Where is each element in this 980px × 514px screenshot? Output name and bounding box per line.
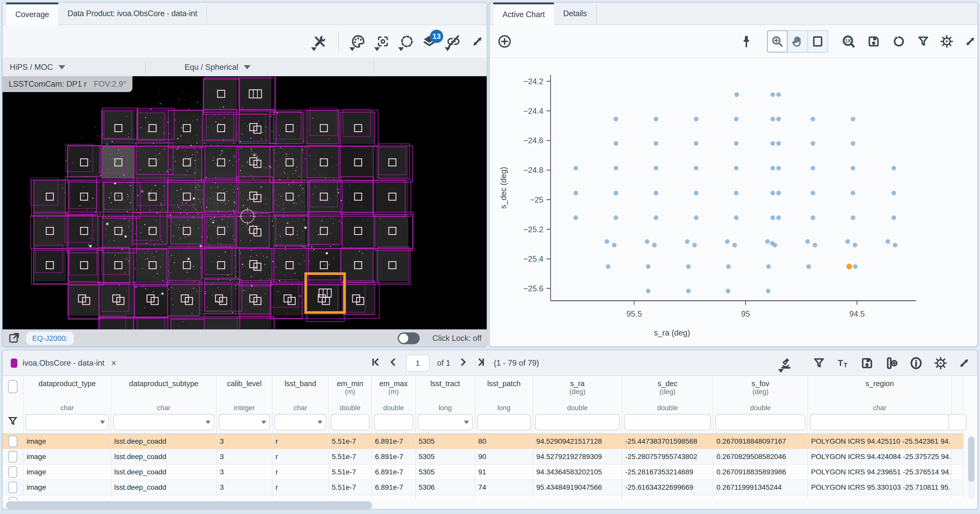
column-filter-input[interactable] — [331, 414, 369, 430]
coverage-panel: Coverage Data Product: ivoa.ObsCore - da… — [2, 2, 487, 347]
info-icon[interactable] — [907, 353, 925, 374]
selected-point[interactable] — [846, 263, 852, 269]
row-checkbox[interactable] — [8, 497, 18, 500]
tab-coverage[interactable]: Coverage — [6, 3, 58, 25]
table-row[interactable]: imagelsst.deep_coadd3r5.51e-76.891e-7530… — [3, 449, 964, 465]
recenter-icon[interactable] — [374, 31, 392, 52]
select-all-checkbox[interactable] — [8, 380, 18, 393]
hips-moc-dropdown[interactable]: HiPS / MOC — [10, 58, 65, 76]
column-header-em_min[interactable]: em_min(m)double — [329, 376, 372, 433]
filter-table-icon[interactable] — [810, 353, 828, 374]
column-filter-input[interactable] — [535, 414, 620, 430]
row-checkbox[interactable] — [8, 466, 18, 478]
sky-map-canvas[interactable] — [3, 76, 487, 329]
expand-chart-icon[interactable] — [961, 31, 978, 52]
chevron-down-icon — [778, 369, 784, 373]
restore-chart-icon[interactable] — [889, 31, 908, 52]
expand-icon[interactable] — [468, 31, 487, 52]
pan-mode-button[interactable] — [788, 31, 807, 52]
column-filter-input[interactable] — [418, 414, 473, 430]
prev-page-icon[interactable] — [388, 357, 398, 369]
chart-plot-area[interactable] — [574, 92, 898, 293]
table-settings-icon[interactable] — [931, 353, 950, 374]
tab-details[interactable]: Details — [554, 3, 597, 24]
coordinate-readout: EQ-J2000: — [26, 332, 74, 345]
column-filter-input[interactable] — [219, 414, 270, 430]
column-filter-input[interactable] — [716, 414, 805, 430]
chevron-down-icon — [317, 421, 323, 424]
column-filter-input[interactable] — [374, 414, 413, 430]
scatter-chart[interactable]: −24.2−24.4−24.6−24.8−25−25.2−25.4−25.695… — [490, 59, 978, 347]
save-chart-icon[interactable] — [864, 31, 883, 52]
column-header-s_ra[interactable]: s_ra(deg)double — [533, 376, 622, 433]
cell-s_ra: 94.52792192789309 — [533, 449, 622, 464]
page-count-label: of 1 — [437, 359, 450, 368]
save-table-icon[interactable] — [858, 353, 876, 374]
popout-icon[interactable] — [8, 331, 21, 345]
cell-em_min: 5.51e-7 — [329, 465, 372, 479]
next-page-icon[interactable] — [458, 357, 468, 369]
select-mode-button[interactable] — [808, 31, 827, 52]
row-checkbox[interactable] — [8, 451, 18, 463]
column-filter-input[interactable] — [477, 414, 531, 430]
column-filter-input[interactable] — [624, 414, 711, 430]
table-row[interactable]: imagelsst.deep_coadd3r5.51e-76.891e-7530… — [3, 495, 964, 500]
svg-text:T: T — [838, 358, 843, 368]
column-type: double — [383, 404, 404, 412]
cell-partial — [952, 495, 964, 500]
layers-icon[interactable]: 13 — [420, 31, 439, 52]
vertical-scrollbar[interactable] — [968, 435, 975, 499]
tab-data-product[interactable]: Data Product: ivoa.ObsCore - data-int — [58, 3, 207, 24]
column-header-dataproduct_subtype[interactable]: dataproduct_subtypechar — [111, 376, 217, 433]
select-region-icon[interactable] — [398, 31, 416, 52]
zoom-original-icon[interactable]: 1X — [839, 31, 858, 52]
column-filter-input[interactable] — [810, 414, 949, 430]
cell-em_max: 6.891e-7 — [372, 434, 415, 449]
text-view-icon[interactable]: TT — [834, 353, 852, 374]
table-row[interactable]: imagelsst.deep_coadd3r5.51e-76.891e-7530… — [3, 465, 964, 480]
cell-lsst_patch: 74 — [475, 480, 533, 495]
column-header-dataproduct_type[interactable]: dataproduct_typechar — [24, 376, 111, 433]
click-lock-toggle[interactable] — [398, 332, 420, 344]
coverage-toolbar: 13 — [3, 25, 487, 58]
unlink-icon[interactable] — [444, 31, 463, 52]
projection-dropdown[interactable]: Equ / Spherical — [185, 58, 250, 76]
row-checkbox[interactable] — [8, 482, 18, 493]
first-page-icon[interactable] — [370, 357, 380, 369]
filter-row-icon[interactable] — [7, 415, 18, 427]
tools-icon[interactable] — [310, 31, 329, 52]
tab-active-chart[interactable]: Active Chart — [493, 3, 554, 25]
chart-settings-icon[interactable] — [937, 31, 956, 52]
page-number-input[interactable] — [406, 355, 430, 372]
column-header-em_max[interactable]: em_max(m)double — [372, 376, 415, 433]
filter-chart-icon[interactable] — [914, 31, 932, 52]
column-header-lsst_tract[interactable]: lsst_tractlong — [415, 376, 475, 433]
column-filter-input[interactable] — [275, 414, 326, 430]
column-header-s_region[interactable]: s_regionchar — [808, 376, 952, 433]
horizontal-scrollbar[interactable] — [4, 501, 950, 509]
color-settings-icon[interactable] — [349, 31, 367, 52]
add-column-icon[interactable] — [882, 353, 900, 374]
zoom-mode-button[interactable] — [768, 31, 787, 52]
expand-table-icon[interactable] — [955, 353, 974, 374]
horizontal-scrollbar-thumb[interactable] — [6, 501, 372, 509]
table-tab[interactable]: ivoa.ObsCore - data-int × — [6, 354, 121, 372]
column-header-s_dec[interactable]: s_dec(deg)double — [622, 376, 713, 433]
column-header-s_fov[interactable]: s_fov(deg)double — [713, 376, 808, 433]
close-table-icon[interactable]: × — [111, 358, 116, 369]
add-chart-icon[interactable] — [495, 31, 514, 52]
pin-icon[interactable] — [737, 31, 756, 52]
column-header-calib_level[interactable]: calib_levelinteger — [217, 376, 272, 433]
column-filter-input[interactable] — [113, 414, 214, 430]
analyze-icon[interactable] — [778, 353, 796, 374]
column-filter-input[interactable] — [25, 414, 109, 430]
row-checkbox[interactable] — [8, 436, 18, 447]
column-header-lsst_patch[interactable]: lsst_patchlong — [475, 376, 533, 433]
last-page-icon[interactable] — [476, 357, 486, 369]
table-row[interactable]: imagelsst.deep_coadd3r5.51e-76.891e-7530… — [3, 434, 964, 449]
cell-lsst_patch: 80 — [475, 434, 533, 449]
coverage-sky-map[interactable]: LSSTComCam: DP1 r FOV:2.9° — [3, 76, 487, 329]
vertical-scrollbar-thumb[interactable] — [968, 437, 974, 482]
column-header-lsst_band[interactable]: lsst_bandchar — [272, 376, 329, 433]
table-row[interactable]: imagelsst.deep_coadd3r5.51e-76.891e-7530… — [3, 480, 964, 495]
